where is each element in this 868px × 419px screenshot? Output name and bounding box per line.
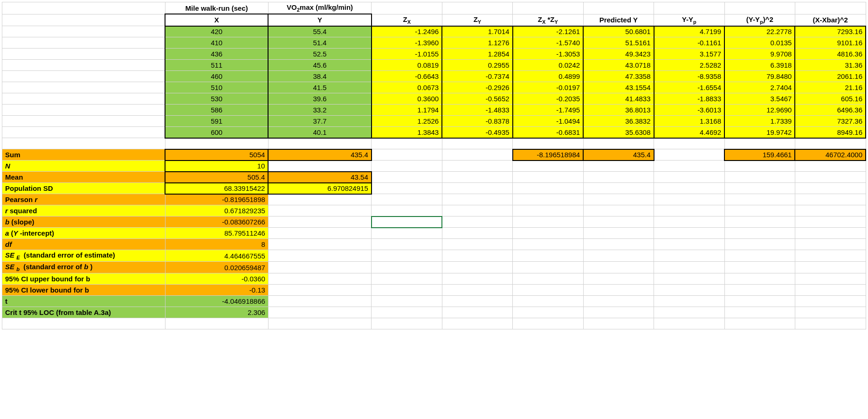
cell-x: 460 [165, 71, 268, 82]
cell-x: 511 [165, 60, 268, 71]
cell-yyp: 4.7199 [654, 26, 724, 37]
cell-yyp2: 0.0135 [724, 37, 795, 49]
regression-table: Mile walk-run (sec)VO2max (ml/kg/min)XYZ… [2, 2, 866, 329]
cell-xxbar: 31.36 [795, 60, 866, 71]
cell-xxbar: 4816.36 [795, 49, 866, 60]
cell-zx: -1.3960 [372, 37, 442, 49]
stat-label: r squared [2, 205, 165, 216]
cell-xxbar: 21.16 [795, 82, 866, 93]
stat-y: 43.54 [268, 172, 371, 183]
stat-label: Mean [2, 172, 165, 183]
hdr-milewalk: Mile walk-run (sec) [165, 2, 268, 14]
cell-predy: 43.1554 [583, 82, 654, 93]
sum-y: 435.4 [268, 149, 371, 161]
cell-xxbar: 9101.16 [795, 37, 866, 49]
stat-label: Crit t 95% LOC (from table A.3a) [2, 307, 165, 318]
hdr-vo2max: VO2max (ml/kg/min) [268, 2, 371, 14]
hdr-predy: Predicted Y [583, 14, 654, 26]
sum-x: 5054 [165, 149, 268, 161]
stat-y: 6.970824915 [268, 183, 371, 194]
cell-predy: 43.0718 [583, 60, 654, 71]
hdr-zx: ZX [372, 14, 442, 26]
cell-y: 52.5 [268, 49, 371, 60]
cell-predy: 36.8013 [583, 105, 654, 116]
stat-x: -0.819651898 [165, 194, 268, 205]
hdr-yyp: Y-Yp [654, 14, 724, 26]
cell-y: 45.6 [268, 60, 371, 71]
cell-y: 37.7 [268, 116, 371, 127]
stat-x: 0.671829235 [165, 205, 268, 216]
cell-zx: -0.6643 [372, 71, 442, 82]
stat-x: 10 [165, 161, 268, 172]
cell-y: 38.4 [268, 71, 371, 82]
cell-zx: 0.0673 [372, 82, 442, 93]
cell-xxbar: 605.16 [795, 93, 866, 105]
sum-yyp2: 159.4661 [724, 149, 795, 161]
cell-xxbar: 7327.36 [795, 116, 866, 127]
cell-zx: 1.3843 [372, 127, 442, 138]
cell-zx: -1.2496 [372, 26, 442, 37]
stat-x: -4.046918866 [165, 296, 268, 307]
cell-zxzy: -1.0494 [513, 116, 583, 127]
stat-label: Pearson r [2, 194, 165, 205]
stat-x: -0.13 [165, 285, 268, 296]
cell-yyp2: 3.5467 [724, 93, 795, 105]
cell-zx: 0.3600 [372, 93, 442, 105]
cell-y: 41.5 [268, 82, 371, 93]
cell-zx: 1.2526 [372, 116, 442, 127]
cell-predy: 47.3358 [583, 71, 654, 82]
stat-x: 85.79511246 [165, 228, 268, 239]
stat-x: -0.083607266 [165, 216, 268, 228]
cell-x: 530 [165, 93, 268, 105]
stat-label: 95% CI upper bound for b [2, 273, 165, 285]
cell-x: 510 [165, 82, 268, 93]
cell-yyp: -0.1161 [654, 37, 724, 49]
cell-predy: 49.3423 [583, 49, 654, 60]
cell-yyp2: 9.9708 [724, 49, 795, 60]
hdr-zy: ZY [442, 14, 512, 26]
cell-zy: -0.4935 [442, 127, 512, 138]
stat-x: 2.306 [165, 307, 268, 318]
cell-predy: 36.3832 [583, 116, 654, 127]
cell-yyp2: 12.9690 [724, 105, 795, 116]
cell-zy: 1.2854 [442, 49, 512, 60]
stat-x: 0.020659487 [165, 262, 268, 273]
cell-xxbar: 6496.36 [795, 105, 866, 116]
stat-x: 4.464667555 [165, 250, 268, 262]
cell-predy: 51.5161 [583, 37, 654, 49]
hdr-yyp2: (Y-Yp)^2 [724, 14, 795, 26]
hdr-xxbar: (X-Xbar)^2 [795, 14, 866, 26]
stat-label: df [2, 239, 165, 250]
cell-yyp2: 22.2778 [724, 26, 795, 37]
cell-x: 586 [165, 105, 268, 116]
cell-y: 55.4 [268, 26, 371, 37]
cell-yyp2: 6.3918 [724, 60, 795, 71]
cell-predy: 35.6308 [583, 127, 654, 138]
hdr-x: X [165, 14, 268, 26]
cell-yyp: -1.6554 [654, 82, 724, 93]
stat-label: b (slope) [2, 216, 165, 228]
cell-x: 410 [165, 37, 268, 49]
sum-xxbar: 46702.4000 [795, 149, 866, 161]
cell-yyp2: 19.9742 [724, 127, 795, 138]
stat-label: N [2, 161, 165, 172]
cell-yyp: 1.3168 [654, 116, 724, 127]
stat-x: 505.4 [165, 172, 268, 183]
cell-yyp: 4.4692 [654, 127, 724, 138]
stat-label: 95% CI lower bound for b [2, 285, 165, 296]
cell-zx: 0.0819 [372, 60, 442, 71]
cell-zxzy: -1.7495 [513, 105, 583, 116]
cell-zxzy: -0.6831 [513, 127, 583, 138]
cell-zy: 1.7014 [442, 26, 512, 37]
cell-y: 51.4 [268, 37, 371, 49]
cell-y: 33.2 [268, 105, 371, 116]
cell-yyp: 3.1577 [654, 49, 724, 60]
stat-label: a (Y -intercept) [2, 228, 165, 239]
cell-x: 591 [165, 116, 268, 127]
cell-zxzy: -1.3053 [513, 49, 583, 60]
cell-zxzy: -2.1261 [513, 26, 583, 37]
cell-x: 436 [165, 49, 268, 60]
cell-xxbar: 2061.16 [795, 71, 866, 82]
cell-predy: 50.6801 [583, 26, 654, 37]
hdr-y: Y [268, 14, 371, 26]
